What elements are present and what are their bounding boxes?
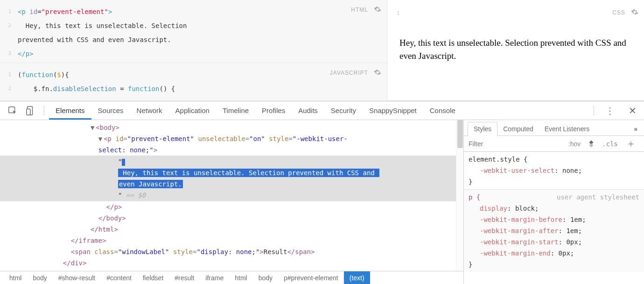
close-icon[interactable]: ✕: [621, 105, 644, 116]
crumb[interactable]: html: [229, 271, 252, 284]
styles-panel: Styles Computed Event Listeners » :hov .…: [464, 120, 644, 284]
tab-snappysnippet[interactable]: SnappySnippet: [363, 101, 423, 120]
filter-input[interactable]: [469, 140, 564, 148]
js-label: JAVASCRIPT: [330, 70, 368, 76]
hov-toggle[interactable]: :hov: [564, 140, 585, 148]
preview-text: Hey, this text is unselectable. Selectio…: [399, 36, 632, 63]
breadcrumb[interactable]: htmlbody#show-result#contentfieldset#res…: [0, 271, 463, 284]
crumb[interactable]: fieldset: [137, 271, 169, 284]
more-icon[interactable]: »: [627, 122, 644, 135]
style-rule[interactable]: element.style { -webkit-user-select: non…: [464, 152, 644, 189]
tab-audits[interactable]: Audits: [292, 101, 324, 120]
devtools-toolbar: ElementsSourcesNetworkApplicationTimelin…: [0, 101, 644, 120]
html-editor[interactable]: HTML 1<p id="prevent-element"> 2 Hey, th…: [0, 0, 387, 63]
crumb[interactable]: #show-result: [53, 271, 101, 284]
tab-application[interactable]: Application: [169, 101, 216, 120]
dom-tree[interactable]: ▼<body> ▼<p id="prevent-element" unselec…: [0, 120, 463, 271]
svg-rect-2: [27, 109, 30, 115]
crumb[interactable]: iframe: [200, 271, 229, 284]
tab-sources[interactable]: Sources: [91, 101, 130, 120]
inspect-icon[interactable]: [7, 106, 18, 116]
crumb[interactable]: (text): [344, 271, 370, 284]
tab-profiles[interactable]: Profiles: [255, 101, 292, 120]
crumb[interactable]: body: [27, 271, 52, 284]
devtools: ElementsSourcesNetworkApplicationTimelin…: [0, 101, 644, 284]
crumb[interactable]: p#prevent-element: [278, 271, 344, 284]
crumb[interactable]: #content: [101, 271, 137, 284]
tab-elements[interactable]: Elements: [49, 101, 91, 120]
scrollbar[interactable]: [456, 120, 463, 271]
style-rule[interactable]: user agent stylesheet p { display: block…: [464, 189, 644, 272]
crumb[interactable]: html: [4, 271, 27, 284]
gear-icon[interactable]: [631, 8, 638, 16]
html-label: HTML: [351, 7, 368, 13]
diamond-icon[interactable]: [587, 140, 595, 148]
tab-computed[interactable]: Computed: [497, 122, 539, 135]
css-label: CSS: [612, 9, 625, 16]
add-rule-button[interactable]: ＋: [623, 137, 639, 150]
preview-pane: 1 CSS Hey, this text is unselectable. Se…: [387, 0, 644, 101]
crumb[interactable]: #result: [169, 271, 200, 284]
tab-styles[interactable]: Styles: [468, 122, 497, 136]
tab-security[interactable]: Security: [324, 101, 363, 120]
tab-event-listeners[interactable]: Event Listeners: [539, 122, 595, 135]
tab-timeline[interactable]: Timeline: [216, 101, 255, 120]
crumb[interactable]: body: [253, 271, 278, 284]
gear-icon[interactable]: [374, 6, 381, 13]
cls-toggle[interactable]: .cls: [597, 140, 623, 148]
tab-console[interactable]: Console: [423, 101, 462, 120]
tab-network[interactable]: Network: [130, 101, 169, 120]
js-editor[interactable]: JAVASCRIPT 1(function($){ 2 $.fn.disable…: [0, 63, 387, 101]
gear-icon[interactable]: [374, 69, 381, 76]
kebab-icon[interactable]: ⋮: [599, 105, 621, 116]
device-icon[interactable]: [25, 106, 35, 116]
